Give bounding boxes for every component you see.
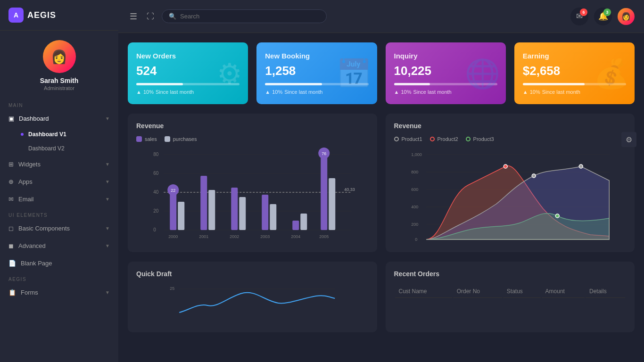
sidebar-sub-dashboard-v2[interactable]: Dashboard V2: [0, 141, 118, 156]
svg-text:0: 0: [415, 237, 417, 242]
stat-card-new-orders: New Orders 524 ▲ 10% Since last month ⚙: [128, 42, 248, 104]
line-chart-legend: Product1 Product2 Product3: [394, 136, 627, 142]
bar-chart-area: 80 60 40 20 0 40.33: [136, 148, 369, 242]
sidebar-item-dashboard[interactable]: ▣ Dashboard ▼: [0, 110, 118, 127]
sidebar-item-email[interactable]: ✉ Email ▼: [0, 190, 118, 208]
sales-legend-label: sales: [145, 136, 157, 142]
sidebar-label-forms: Forms: [21, 289, 38, 296]
aegis-section-label: AEGIS: [0, 272, 118, 284]
svg-text:200: 200: [411, 222, 418, 227]
dot-icon: [21, 147, 24, 150]
revenue-bar-chart-title: Revenue: [136, 122, 369, 130]
svg-rect-13: [178, 202, 184, 230]
sidebar-sub-dashboard-v1[interactable]: Dashboard V1: [0, 127, 118, 141]
new-booking-bg-icon: 📅: [336, 57, 372, 90]
search-input[interactable]: [180, 13, 320, 20]
bottom-row: Quick Draft 25 Recent Orders Cust Name: [128, 262, 635, 332]
svg-text:20: 20: [153, 208, 159, 214]
col-amount: Amount: [542, 285, 585, 298]
svg-text:2005: 2005: [319, 234, 329, 239]
product3-label: Product3: [473, 136, 494, 142]
quick-draft-card: Quick Draft 25: [128, 262, 377, 332]
svg-text:60: 60: [153, 171, 159, 176]
earning-bar-fill: [523, 83, 585, 85]
svg-text:22: 22: [171, 188, 175, 193]
sidebar-item-blank-page[interactable]: 📄 Blank Page: [0, 255, 118, 272]
stat-card-inquiry: Inquiry 10,225 ▲ 10% Since last month 🌐: [386, 42, 506, 104]
charts-row: Revenue sales purchases 80 60: [128, 114, 635, 252]
svg-text:80: 80: [153, 152, 159, 157]
line-chart-svg: 1,000 800 600 400 200 0: [394, 148, 627, 242]
quick-draft-title: Quick Draft: [136, 270, 369, 278]
col-cust-name: Cust Name: [395, 285, 452, 298]
col-status: Status: [503, 285, 541, 298]
logo-icon: A: [8, 8, 24, 23]
main-panel: ☰ ⛶ 🔍 ✉ 6 🔔 3 👩 New Orders 524: [118, 0, 644, 362]
recent-orders-table: Cust Name Order No Status Amount Details: [394, 284, 627, 299]
notifications-badge: 3: [603, 8, 611, 16]
svg-rect-22: [292, 221, 299, 230]
product2-dot: [430, 137, 435, 141]
svg-point-48: [504, 165, 507, 168]
sidebar-item-basic-components[interactable]: ◻ Basic Components ▼: [0, 220, 118, 237]
quick-draft-svg: 25: [136, 284, 369, 322]
purchases-legend-label: purchases: [173, 136, 197, 142]
search-icon: 🔍: [169, 13, 176, 20]
ui-elements-label: UI ELEMENTS: [0, 208, 118, 220]
svg-rect-25: [329, 178, 335, 230]
quick-draft-chart: 25: [136, 284, 369, 324]
new-booking-bar-fill: [265, 83, 322, 85]
svg-point-46: [532, 174, 536, 178]
sidebar: A AEGIS 👩 Sarah Smith Administrator MAIN…: [0, 0, 118, 362]
product3-dot: [466, 137, 471, 141]
settings-gear-button[interactable]: ⚙: [621, 132, 636, 147]
advanced-icon: ◼: [8, 242, 14, 249]
legend-product1: Product1: [394, 136, 422, 142]
earning-bg-icon: 💰: [594, 57, 629, 90]
sales-legend-dot: [136, 136, 142, 142]
header: ☰ ⛶ 🔍 ✉ 6 🔔 3 👩: [118, 0, 644, 33]
bar-chart-svg: 80 60 40 20 0 40.33: [136, 148, 369, 242]
expand-icon[interactable]: ⛶: [145, 10, 156, 23]
svg-rect-12: [170, 192, 176, 230]
dot-icon: [21, 133, 24, 136]
revenue-line-chart-card: Revenue Product1 Product2 Product3: [386, 114, 635, 252]
dashboard-submenu: Dashboard V1 Dashboard V2: [0, 127, 118, 156]
chevron-right-icon: ▼: [105, 162, 110, 167]
sidebar-label-blank-page: Blank Page: [21, 260, 52, 267]
messages-button[interactable]: ✉ 6: [570, 8, 588, 25]
product2-label: Product2: [438, 136, 458, 142]
user-avatar[interactable]: 👩: [618, 8, 635, 25]
svg-text:0: 0: [153, 227, 156, 232]
svg-text:2002: 2002: [230, 234, 239, 239]
svg-text:1,000: 1,000: [411, 152, 422, 157]
stat-card-earning: Earning $2,658 ▲ 10% Since last month 💰: [514, 42, 635, 104]
dashboard-v1-label: Dashboard V1: [28, 131, 66, 138]
app-name: AEGIS: [27, 10, 56, 20]
email-icon: ✉: [8, 196, 14, 203]
stat-card-new-booking: New Booking 1,258 ▲ 10% Since last month…: [256, 42, 377, 104]
svg-rect-20: [262, 195, 268, 230]
sidebar-item-forms[interactable]: 📋 Forms ▼: [0, 284, 118, 301]
sidebar-label-advanced: Advanced: [18, 242, 46, 249]
legend-product2: Product2: [430, 136, 458, 142]
revenue-bar-chart-card: Revenue sales purchases 80 60: [128, 114, 377, 252]
svg-text:40: 40: [153, 189, 159, 195]
notifications-button[interactable]: 🔔 3: [594, 8, 612, 25]
inquiry-bg-icon: 🌐: [465, 57, 500, 90]
line-chart-area: 1,000 800 600 400 200 0: [394, 148, 627, 244]
widgets-icon: ⊞: [8, 161, 14, 168]
svg-text:400: 400: [411, 205, 418, 209]
new-orders-bg-icon: ⚙: [217, 57, 242, 90]
menu-icon[interactable]: ☰: [128, 9, 139, 24]
svg-text:2001: 2001: [199, 234, 208, 239]
search-bar: 🔍: [162, 9, 327, 23]
sidebar-label-widgets: Widgets: [18, 161, 41, 168]
sidebar-item-advanced[interactable]: ◼ Advanced ▼: [0, 237, 118, 255]
avatar[interactable]: 👩: [43, 40, 76, 73]
chevron-right-icon: ▼: [105, 179, 110, 184]
arrow-up-icon: ▲: [523, 89, 528, 95]
sidebar-item-widgets[interactable]: ⊞ Widgets ▼: [0, 156, 118, 173]
stat-cards-row: New Orders 524 ▲ 10% Since last month ⚙ …: [128, 42, 635, 104]
sidebar-item-apps[interactable]: ⊕ Apps ▼: [0, 173, 118, 190]
